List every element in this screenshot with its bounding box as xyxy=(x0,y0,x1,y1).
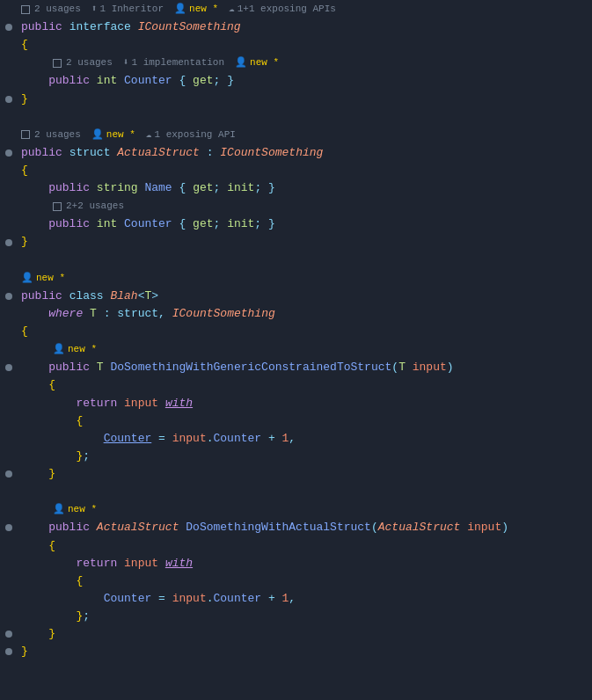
hint-exposing-1: ☁ 1+1 exposing APIs xyxy=(229,2,336,17)
gutter-20 xyxy=(0,524,18,531)
code-counter-2: public int Counter { get; init; } xyxy=(18,215,592,233)
code-open-6: { xyxy=(18,537,592,555)
line-counter-assign-1: Counter = input.Counter + 1, xyxy=(0,430,592,448)
dot-10 xyxy=(5,293,12,300)
code-close-4: } xyxy=(18,625,592,643)
line-open-1: { xyxy=(0,36,592,54)
line-close-block-1: }; xyxy=(0,448,592,465)
line-empty-3 xyxy=(0,483,592,500)
code-counter-assign-2: Counter = input.Counter + 1, xyxy=(18,590,592,608)
hint-impl-2: ⬇ 1 implementation xyxy=(123,55,224,70)
gutter-4 xyxy=(0,96,18,103)
hint-usages-2: 2 usages xyxy=(53,55,113,70)
line-return-2: return input with xyxy=(0,555,592,572)
dot-19 xyxy=(5,470,12,478)
hint-bar-2: 2 usages ⬇ 1 implementation 👤 new * xyxy=(0,54,592,72)
gutter-26 xyxy=(0,631,18,638)
code-return-2: return input with xyxy=(18,555,592,572)
hint-exposing-3: ☁ 1 exposing API xyxy=(146,128,236,142)
line-method-1: public T DoSomethingWithGenericConstrain… xyxy=(0,359,592,376)
line-close-5: } xyxy=(0,643,592,660)
usage-icon-3 xyxy=(21,130,30,139)
line-name: public string Name { get; init; } xyxy=(0,179,592,197)
hint-usages-3: 2 usages xyxy=(21,128,81,142)
code-close-3: } xyxy=(18,465,592,483)
line-close-2: } xyxy=(0,233,592,251)
code-return-1: return input with xyxy=(18,395,592,412)
gutter-13 xyxy=(0,364,18,371)
hint-new-5: 👤 new * xyxy=(21,271,65,286)
line-open-6: { xyxy=(0,537,592,555)
line-empty-2 xyxy=(0,252,592,269)
line-class: public class Blah<T> xyxy=(0,288,592,305)
gutter-19 xyxy=(0,470,18,478)
line-close-3: } xyxy=(0,465,592,483)
dot-9 xyxy=(5,239,12,246)
code-editor: 2 usages ⬆ 1 Inheritor 👤 new * ☁ 1+1 exp… xyxy=(0,0,592,661)
line-counter-assign-2: Counter = input.Counter + 1, xyxy=(0,590,592,608)
dot-1 xyxy=(5,24,12,31)
line-counter-2: public int Counter { get; init; } xyxy=(0,215,592,233)
line-open-4: { xyxy=(0,376,592,394)
code-name: public string Name { get; init; } xyxy=(18,179,592,197)
gutter-1 xyxy=(0,24,18,31)
code-counter-1: public int Counter { get; } xyxy=(18,72,592,90)
code-counter-assign-1: Counter = input.Counter + 1, xyxy=(18,430,592,448)
usage-icon-2 xyxy=(53,59,62,68)
code-open-4: { xyxy=(18,376,592,394)
code-open-3: { xyxy=(18,323,592,340)
line-open-3: { xyxy=(0,323,592,340)
usage-icon-1 xyxy=(21,5,30,14)
code-open-7: { xyxy=(18,572,592,590)
line-counter-1: public int Counter { get; } xyxy=(0,72,592,90)
line-interface: public interface ICountSomething xyxy=(0,18,592,36)
gutter-27 xyxy=(0,648,18,655)
hint-usages-1: 2 usages xyxy=(21,2,81,17)
hint-new-2: 👤 new * xyxy=(235,55,279,70)
code-close-block-2: }; xyxy=(18,608,592,625)
hint-bar-7: 👤 new * xyxy=(0,500,592,519)
code-method-1: public T DoSomethingWithGenericConstrain… xyxy=(18,359,592,376)
gutter-10 xyxy=(0,293,18,300)
dot-5 xyxy=(5,149,12,157)
dot-20 xyxy=(5,524,12,531)
gutter-9 xyxy=(0,239,18,246)
code-close-5: } xyxy=(18,643,592,660)
hint-new-3: 👤 new * xyxy=(91,128,135,142)
hint-new-7: 👤 new * xyxy=(53,502,97,517)
code-struct: public struct ActualStruct : ICountSomet… xyxy=(18,144,592,162)
line-close-1: } xyxy=(0,91,592,108)
line-where: where T : struct, ICountSomething xyxy=(0,305,592,323)
line-method-2: public ActualStruct DoSomethingWithActua… xyxy=(0,519,592,536)
dot-4 xyxy=(5,96,12,103)
code-open-1: { xyxy=(18,36,592,54)
hint-new-6: 👤 new * xyxy=(53,342,97,357)
code-open-2: { xyxy=(18,162,592,179)
hint-bar-3: 2 usages 👤 new * ☁ 1 exposing API xyxy=(0,126,592,144)
gutter-5 xyxy=(0,149,18,157)
hint-usages-4: 2+2 usages xyxy=(53,199,124,214)
line-open-7: { xyxy=(0,572,592,590)
hint-bar-6: 👤 new * xyxy=(0,340,592,359)
hint-inheritor-1: ⬆ 1 Inheritor xyxy=(91,2,164,17)
code-close-2: } xyxy=(18,233,592,251)
dot-13 xyxy=(5,364,12,371)
code-open-5: { xyxy=(18,412,592,430)
hint-bar-1: 2 usages ⬆ 1 Inheritor 👤 new * ☁ 1+1 exp… xyxy=(0,0,592,18)
line-close-block-2: }; xyxy=(0,608,592,625)
code-close-block-1: }; xyxy=(18,448,592,465)
line-close-4: } xyxy=(0,625,592,643)
line-empty-1 xyxy=(0,108,592,126)
line-open-2: { xyxy=(0,162,592,179)
code-interface: public interface ICountSomething xyxy=(18,18,592,36)
line-open-5: { xyxy=(0,412,592,430)
dot-27 xyxy=(5,648,12,655)
code-method-2: public ActualStruct DoSomethingWithActua… xyxy=(18,519,592,536)
line-return-1: return input with xyxy=(0,395,592,412)
hint-new-1: 👤 new * xyxy=(174,2,218,17)
code-close-1: } xyxy=(18,91,592,108)
code-where: where T : struct, ICountSomething xyxy=(18,305,592,323)
hint-bar-4: 2+2 usages xyxy=(0,197,592,215)
code-class: public class Blah<T> xyxy=(18,288,592,305)
hint-bar-5: 👤 new * xyxy=(0,269,592,288)
